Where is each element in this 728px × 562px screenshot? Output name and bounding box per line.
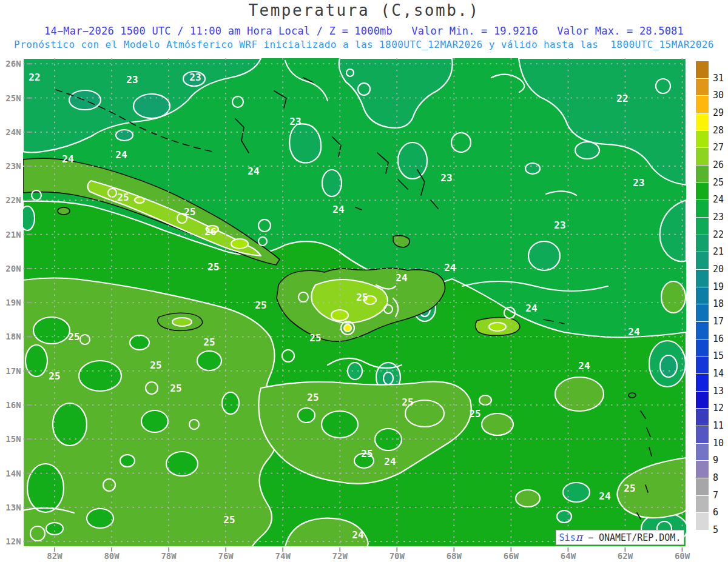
lon-axis-label: 60W: [675, 551, 690, 561]
contour-label: 22: [29, 72, 40, 83]
contour-label: 25: [49, 370, 60, 382]
lon-axis-label: 80W: [104, 551, 120, 561]
lon-axis-label: 62W: [618, 551, 633, 561]
colorbar-tick-label: 11: [713, 420, 724, 431]
colorbar-tick-label: 21: [713, 246, 724, 257]
colorbar-segment: [695, 321, 709, 340]
field-spot-21-22: [660, 355, 677, 377]
watermark-pi-icon: π: [576, 531, 582, 543]
colorbar-tick-label: 12: [713, 403, 724, 413]
colorbar-segment: [695, 373, 709, 392]
field-spot-28-29-hotspot: [344, 324, 351, 332]
contour-label: 25: [356, 292, 368, 303]
colorbar-tick-label: 7: [713, 490, 718, 501]
colorbar-tick-label: 13: [713, 386, 724, 396]
colorbar-segment: [695, 217, 709, 236]
field-spot-24-25: [46, 523, 63, 535]
field-spot-21-22: [116, 130, 133, 141]
field-spot-22-23: [322, 170, 342, 196]
map-artwork: [20, 58, 687, 547]
colorbar-segment: [695, 512, 709, 531]
contour-label: 24: [115, 149, 127, 161]
colorbar-tick-label: 18: [713, 298, 724, 309]
colorbar-segment: [695, 495, 709, 514]
colorbar-tick-label: 15: [713, 350, 724, 361]
lon-axis-label: 68W: [447, 551, 462, 561]
field-spot-24-25: [197, 351, 221, 370]
colorbar-segment: [695, 95, 709, 114]
field-spot-24-25: [87, 509, 113, 528]
field-spot-25-26: [516, 490, 540, 507]
colorbar-tick-label: 30: [713, 90, 724, 101]
lon-axis-label: 70W: [389, 551, 405, 561]
lat-axis-label: 19N: [5, 298, 21, 307]
field-spot-21-22: [69, 90, 101, 110]
lat-axis-label: 22N: [5, 195, 21, 205]
lat-axis-label: 14N: [5, 469, 21, 478]
contour-label: 25: [624, 483, 635, 494]
field-spot-24-25: [120, 455, 135, 467]
colorbar-tick-label: 17: [713, 316, 724, 327]
lon-axis-label: 72W: [332, 551, 348, 561]
lat-axis-label: 21N: [5, 230, 21, 239]
contour-label: 25: [402, 396, 413, 408]
field-spot-25-26: [555, 377, 604, 411]
field-region-26-27-jamaica: [172, 318, 192, 326]
lon-axis-label: 66W: [504, 551, 519, 561]
contour-label: 23: [633, 177, 644, 189]
lat-axis-label: 24N: [5, 127, 21, 137]
temperature-contour-map: 26N25N24N23N22N21N20N19N18N17N16N15N14N1…: [0, 0, 728, 562]
lon-axis-label: 82W: [47, 551, 62, 561]
colorbar-tick-label: 9: [713, 455, 718, 466]
contour-label: 24: [525, 303, 537, 314]
colorbar-segment: [695, 269, 709, 288]
field-spot-24-25: [298, 408, 315, 423]
field-spot-24-25: [130, 335, 149, 350]
contour-label: 24: [352, 529, 363, 541]
contour-label: 23: [126, 74, 138, 85]
colorbar-tick-label: 25: [713, 177, 724, 188]
field-spot-24-25: [33, 317, 70, 344]
contour-label: 24: [444, 262, 456, 273]
colorbar-tick-label: 28: [713, 125, 724, 136]
contour-label: 25: [150, 360, 161, 371]
contour-label: 25: [309, 332, 321, 344]
contour-label: 25: [307, 392, 318, 403]
field-spot-25-26: [661, 281, 686, 313]
lat-axis-label: 16N: [5, 400, 21, 410]
field-spot-22-23: [528, 241, 560, 270]
contour-label: 25: [117, 192, 129, 203]
field-spot-24-25: [222, 392, 239, 414]
lat-axis-label: 18N: [5, 332, 21, 341]
contour-label: 24: [599, 490, 610, 502]
lon-axis-label: 64W: [561, 551, 576, 561]
colorbar-segment: [695, 130, 709, 149]
lat-axis-label: 25N: [5, 93, 21, 103]
colorbar-tick-label: 6: [713, 507, 718, 518]
colorbar-tick-label: 10: [713, 438, 724, 449]
field-spot-27-28: [331, 310, 348, 321]
field-spot-24-25: [166, 452, 198, 476]
colorbar-segment: [695, 339, 709, 358]
field-spot-22-23: [525, 163, 540, 174]
lat-axis-label: 15N: [5, 434, 21, 444]
contour-label: 25: [170, 383, 181, 394]
colorbar-tick-label: 31: [713, 73, 724, 84]
contour-label: 23: [440, 172, 452, 184]
colorbar-tick-label: 20: [713, 264, 724, 275]
coastline-isle-of-youth: [58, 207, 70, 215]
colorbar-tick-label: 8: [713, 472, 718, 483]
contour-label: 25: [68, 331, 79, 343]
field-spot-25-26: [479, 395, 491, 405]
field-spot-21-22: [383, 372, 393, 384]
contour-label: 24: [248, 166, 259, 177]
watermark-sis: Sis: [559, 532, 576, 543]
colorbar-tick-label: 29: [713, 107, 724, 118]
lat-axis-label: 13N: [5, 503, 21, 512]
colorbar-segment: [695, 182, 709, 201]
field-spot-27-28: [489, 323, 506, 331]
field-spot-22-23: [398, 142, 427, 179]
contour-label: 22: [616, 93, 628, 104]
colorbar-segment: [695, 391, 709, 410]
colorbar-tick-label: 24: [713, 194, 724, 205]
